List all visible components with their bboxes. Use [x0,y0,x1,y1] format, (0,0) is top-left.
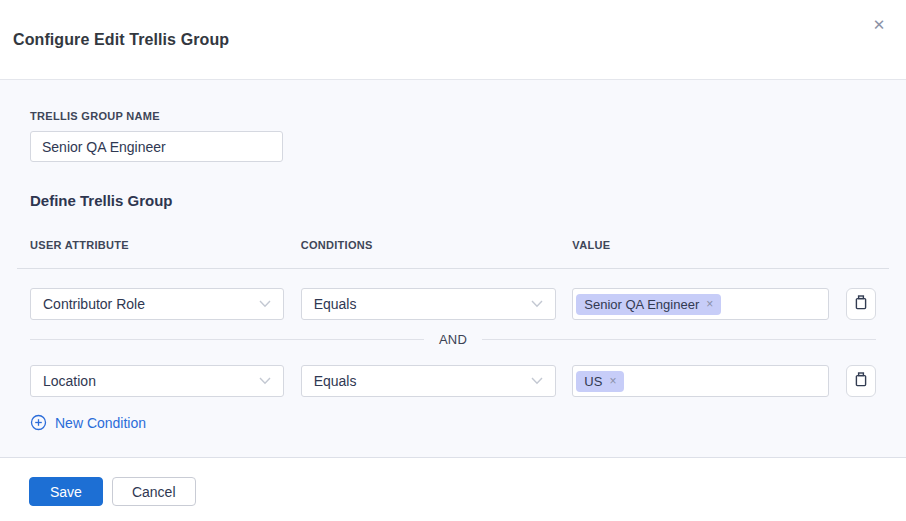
separator-line [30,339,424,340]
chevron-down-icon [531,300,543,308]
condition-select[interactable]: Equals [301,288,556,320]
and-separator: AND [30,330,876,348]
separator-line [482,339,876,340]
save-button[interactable]: Save [29,477,103,506]
close-icon[interactable]: ✕ [868,14,890,36]
trash-icon [853,294,869,314]
condition-row: Location Equals US × [30,365,876,397]
delete-condition-button[interactable] [846,365,876,397]
configure-trellis-group-modal: Configure Edit Trellis Group ✕ TRELLIS G… [0,0,906,521]
cancel-button[interactable]: Cancel [112,477,196,506]
trellis-group-name-input[interactable] [30,131,283,162]
value-multiselect[interactable]: Senior QA Engineer × [572,288,829,320]
remove-tag-icon[interactable]: × [609,375,616,387]
trash-icon [853,371,869,391]
delete-condition-button[interactable] [846,288,876,320]
header-divider [17,268,889,269]
chevron-down-icon [531,377,543,385]
condition-column-headers: USER ATTRIBUTE CONDITIONS VALUE [30,239,876,251]
modal-footer: Save Cancel [0,458,906,520]
chevron-down-icon [259,377,271,385]
chevron-down-icon [259,300,271,308]
remove-tag-icon[interactable]: × [706,298,713,310]
define-trellis-group-heading: Define Trellis Group [30,192,876,209]
value-multiselect[interactable]: US × [572,365,829,397]
condition-row: Contributor Role Equals Senior QA Engine… [30,288,876,320]
user-attribute-column-header: USER ATTRIBUTE [30,239,284,251]
value-tag: US × [576,371,624,392]
user-attribute-value: Contributor Role [43,296,145,312]
condition-select[interactable]: Equals [301,365,556,397]
user-attribute-value: Location [43,373,96,389]
value-tag-label: US [584,375,602,388]
conditions-column-header: CONDITIONS [301,239,556,251]
modal-body: TRELLIS GROUP NAME Define Trellis Group … [0,80,906,458]
new-condition-button[interactable]: New Condition [30,414,146,431]
user-attribute-select[interactable]: Location [30,365,284,397]
value-tag-label: Senior QA Engineer [584,298,699,311]
new-condition-label: New Condition [55,415,146,431]
plus-circle-icon [30,414,47,431]
modal-header: Configure Edit Trellis Group [0,0,906,80]
value-tag: Senior QA Engineer × [576,294,721,315]
value-column-header: VALUE [572,239,829,251]
modal-title: Configure Edit Trellis Group [13,31,229,49]
user-attribute-select[interactable]: Contributor Role [30,288,284,320]
condition-value: Equals [314,296,357,312]
and-label: AND [439,332,467,347]
trellis-group-name-label: TRELLIS GROUP NAME [30,110,876,122]
condition-value: Equals [314,373,357,389]
